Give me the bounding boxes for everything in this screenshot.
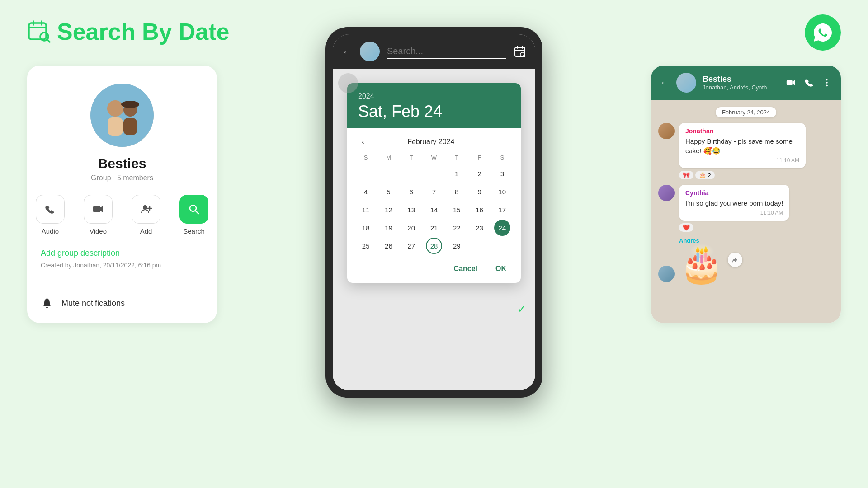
svg-rect-9 bbox=[108, 117, 123, 136]
cal-day-9[interactable]: 9 bbox=[472, 183, 488, 200]
message-andres: Andrés 🎂 bbox=[658, 237, 834, 282]
cal-day-20[interactable]: 20 bbox=[403, 220, 420, 236]
jonathan-sender: Jonathan bbox=[685, 127, 799, 135]
cal-day-8[interactable]: 8 bbox=[448, 183, 465, 200]
cal-day-25[interactable]: 25 bbox=[358, 238, 374, 254]
cal-day-empty bbox=[472, 238, 488, 254]
group-meta: Group · 5 members bbox=[91, 174, 153, 182]
calendar-selected-date: Sat, Feb 24 bbox=[358, 102, 510, 121]
cal-day-15[interactable]: 15 bbox=[448, 202, 465, 218]
cal-day-26[interactable]: 26 bbox=[380, 238, 396, 254]
cal-day-7[interactable]: 7 bbox=[426, 183, 442, 200]
prev-month-button[interactable]: ‹ bbox=[358, 135, 368, 149]
audio-action[interactable]: Audio bbox=[30, 195, 71, 235]
date-badge: February 24, 2024 bbox=[716, 107, 776, 117]
cal-day-10[interactable]: 10 bbox=[494, 183, 510, 200]
group-avatar bbox=[90, 84, 154, 147]
cal-day-23[interactable]: 23 bbox=[472, 220, 488, 236]
svg-line-5 bbox=[47, 40, 50, 42]
svg-rect-27 bbox=[787, 80, 793, 85]
cal-day-21[interactable]: 21 bbox=[426, 220, 442, 236]
cal-day-17[interactable]: 17 bbox=[494, 202, 510, 218]
cynthia-reactions: ❤️ bbox=[679, 223, 789, 232]
cal-day-empty bbox=[426, 165, 442, 182]
svg-rect-14 bbox=[93, 206, 100, 212]
chat-name: Besties bbox=[703, 75, 779, 84]
cal-day-14[interactable]: 14 bbox=[426, 202, 442, 218]
video-action[interactable]: Video bbox=[78, 195, 118, 235]
action-buttons: Audio Video Add bbox=[30, 195, 214, 235]
cal-day-13[interactable]: 13 bbox=[403, 202, 420, 218]
search-action[interactable]: Search bbox=[174, 195, 214, 235]
chat-back-button[interactable]: ← bbox=[660, 77, 670, 89]
cancel-button[interactable]: Cancel bbox=[450, 262, 481, 276]
day-header-f: F bbox=[468, 152, 491, 163]
cal-day-27[interactable]: 27 bbox=[403, 238, 420, 254]
cal-day-24-selected[interactable]: 24 bbox=[494, 220, 510, 236]
group-name: Besties bbox=[98, 156, 146, 171]
cal-day-16[interactable]: 16 bbox=[472, 202, 488, 218]
svg-point-30 bbox=[826, 82, 828, 84]
ok-button[interactable]: OK bbox=[492, 262, 510, 276]
cynthia-avatar bbox=[658, 185, 675, 201]
cynthia-text: I'm so glad you were born today! bbox=[685, 198, 783, 208]
calendar-search-icon-phone[interactable] bbox=[514, 45, 526, 58]
cal-day-6[interactable]: 6 bbox=[403, 183, 420, 200]
cynthia-sender: Cynthia bbox=[685, 189, 783, 197]
whatsapp-logo bbox=[805, 14, 841, 51]
right-chat-card: ← Besties Jonathan, Andrés, Cynth... Feb… bbox=[651, 66, 841, 323]
jonathan-avatar bbox=[658, 123, 675, 139]
chat-header: ← Besties Jonathan, Andrés, Cynth... bbox=[651, 66, 841, 100]
cal-day-19[interactable]: 19 bbox=[380, 220, 396, 236]
cal-day-28-circled[interactable]: 28 bbox=[426, 238, 442, 254]
day-header-w: W bbox=[423, 152, 445, 163]
reaction-badge-ribbon: 🎀 bbox=[679, 171, 693, 179]
calendar-days-header: S M T W T F S bbox=[347, 152, 521, 163]
day-header-t2: T bbox=[445, 152, 468, 163]
cal-day-12[interactable]: 12 bbox=[380, 202, 396, 218]
cal-day-11[interactable]: 11 bbox=[358, 202, 374, 218]
jonathan-time: 11:10 AM bbox=[685, 157, 799, 164]
center-phone: ← 2024 bbox=[326, 27, 542, 398]
checkmark-icon: ✓ bbox=[517, 303, 526, 315]
phone-search-bar: ← bbox=[333, 34, 535, 69]
jonathan-reactions: 🎀 🎂 2 bbox=[679, 171, 806, 179]
cal-day-29[interactable]: 29 bbox=[448, 238, 465, 254]
calendar-actions: Cancel OK bbox=[347, 258, 521, 283]
cal-day-3[interactable]: 3 bbox=[494, 165, 510, 182]
back-arrow-icon[interactable]: ← bbox=[342, 45, 353, 58]
day-header-m: M bbox=[377, 152, 400, 163]
cal-day-22[interactable]: 22 bbox=[448, 220, 465, 236]
video-label: Video bbox=[90, 227, 107, 235]
svg-point-31 bbox=[826, 85, 828, 87]
forward-sticker-button[interactable] bbox=[728, 253, 742, 267]
phone-screen: ← 2024 bbox=[333, 34, 535, 390]
phone-call-icon[interactable] bbox=[804, 78, 814, 88]
svg-line-20 bbox=[195, 211, 198, 214]
day-header-t1: T bbox=[400, 152, 423, 163]
andres-avatar bbox=[658, 266, 675, 282]
jonathan-text: Happy Birthday - pls save me some cake! … bbox=[685, 136, 799, 155]
cal-day-18[interactable]: 18 bbox=[358, 220, 374, 236]
video-call-icon[interactable] bbox=[786, 78, 796, 88]
add-description-link[interactable]: Add group description bbox=[41, 249, 120, 258]
svg-rect-0 bbox=[29, 23, 46, 39]
cal-day-empty bbox=[403, 165, 420, 182]
add-action[interactable]: Add bbox=[126, 195, 166, 235]
cal-day-1[interactable]: 1 bbox=[448, 165, 465, 182]
calendar-header: 2024 Sat, Feb 24 bbox=[347, 83, 521, 128]
mute-notifications-row[interactable]: Mute notifications bbox=[41, 297, 125, 310]
more-options-icon[interactable] bbox=[822, 78, 832, 88]
cal-day-5[interactable]: 5 bbox=[380, 183, 396, 200]
birthday-cake-sticker: 🎂 bbox=[679, 246, 724, 282]
calendar-search-icon bbox=[27, 19, 52, 44]
cal-day-empty bbox=[358, 165, 374, 182]
svg-point-16 bbox=[143, 205, 147, 210]
day-header-s1: S bbox=[354, 152, 377, 163]
phone-search-input[interactable] bbox=[387, 44, 506, 59]
cal-day-empty bbox=[380, 165, 396, 182]
chat-body: February 24, 2024 Jonathan Happy Birthda… bbox=[651, 100, 841, 323]
cal-day-2[interactable]: 2 bbox=[472, 165, 488, 182]
phone-chat-avatar bbox=[360, 42, 380, 61]
cal-day-4[interactable]: 4 bbox=[358, 183, 374, 200]
